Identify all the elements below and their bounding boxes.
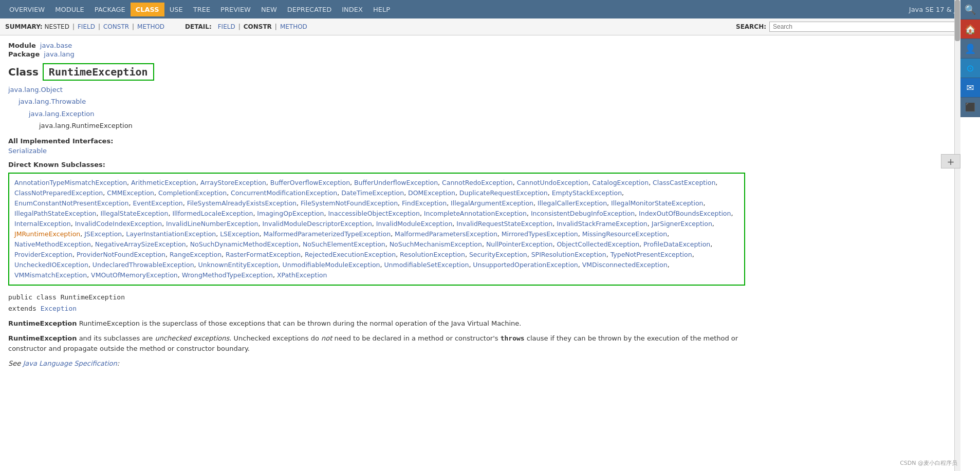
module-value[interactable]: java.base	[40, 42, 72, 49]
sub-IllformedLocaleException[interactable]: IllformedLocaleException	[172, 210, 253, 217]
sub-IllegalCallerException[interactable]: IllegalCallerException	[538, 199, 607, 207]
nav-module[interactable]: MODULE	[50, 3, 89, 16]
sub-SecurityException[interactable]: SecurityException	[469, 251, 527, 258]
sub-IndexOutOfBoundsException[interactable]: IndexOutOfBoundsException	[639, 210, 731, 217]
search-input[interactable]	[769, 22, 975, 32]
sub-CompletionException[interactable]: CompletionException	[158, 189, 227, 197]
sub-NativeMethodException[interactable]: NativeMethodException	[14, 240, 91, 248]
outlook-icon-btn[interactable]: ✉	[960, 78, 980, 98]
sub-MirroredTypesException[interactable]: MirroredTypesException	[502, 230, 578, 238]
scrollbar[interactable]	[954, 0, 960, 380]
nav-index[interactable]: INDEX	[337, 3, 368, 16]
sub-JarSignerException[interactable]: JarSignerException	[652, 220, 712, 228]
sub-ClassCastException[interactable]: ClassCastException	[653, 179, 715, 186]
sub-InvalidModuleException[interactable]: InvalidModuleException	[376, 220, 453, 228]
nav-use[interactable]: USE	[164, 3, 188, 16]
sub-EventException[interactable]: EventException	[133, 199, 182, 207]
sub-EmptyStackException[interactable]: EmptyStackException	[552, 189, 622, 197]
nav-help[interactable]: HELP	[368, 3, 395, 16]
package-value[interactable]: java.lang	[44, 50, 74, 58]
sub-BufferOverflowException[interactable]: BufferOverflowException	[270, 179, 350, 186]
scrollbar-thumb[interactable]	[955, 0, 960, 41]
sub-ObjectCollectedException[interactable]: ObjectCollectedException	[557, 240, 639, 248]
sub-InconsistentDebugInfoException[interactable]: InconsistentDebugInfoException	[531, 210, 635, 217]
sub-NoSuchDynamicMethodException[interactable]: NoSuchDynamicMethodException	[190, 240, 299, 248]
sub-VMDisconnectedException[interactable]: VMDisconnectedException	[582, 261, 668, 269]
sub-ClassNotPreparedException[interactable]: ClassNotPreparedException	[14, 189, 103, 197]
sub-NoSuchElementException[interactable]: NoSuchElementException	[303, 240, 385, 248]
sub-UnsupportedOperationException[interactable]: UnsupportedOperationException	[473, 261, 578, 269]
sub-RasterFormatException[interactable]: RasterFormatException	[226, 251, 301, 258]
nav-new[interactable]: NEW	[256, 3, 282, 16]
sub-AnnotationTypeMismatchException[interactable]: AnnotationTypeMismatchException	[14, 179, 127, 186]
sub-WrongMethodTypeException[interactable]: WrongMethodTypeException	[182, 271, 273, 279]
sub-InvalidStackFrameException[interactable]: InvalidStackFrameException	[557, 220, 648, 228]
user-icon-btn[interactable]: 👤	[960, 39, 980, 59]
sub-VMMismatchException[interactable]: VMMismatchException	[14, 271, 87, 279]
sub-CatalogException[interactable]: CatalogException	[593, 179, 649, 186]
sub-ImagingOpException[interactable]: ImagingOpException	[257, 210, 324, 217]
nav-class[interactable]: CLASS	[131, 3, 164, 16]
summary-field[interactable]: FIELD	[78, 23, 95, 30]
sub-IllegalMonitorStateException[interactable]: IllegalMonitorStateException	[611, 199, 704, 207]
plus-button[interactable]: +	[941, 154, 960, 168]
sub-DOMException[interactable]: DOMException	[408, 189, 455, 197]
sub-InvalidCodeIndexException[interactable]: InvalidCodeIndexException	[75, 220, 162, 228]
sub-NoSuchMechanismException[interactable]: NoSuchMechanismException	[390, 240, 482, 248]
detail-method[interactable]: METHOD	[280, 23, 307, 30]
sub-UncheckedIOException[interactable]: UncheckedIOException	[14, 261, 88, 269]
sub-UnmodifiableModuleException[interactable]: UnmodifiableModuleException	[283, 261, 380, 269]
sub-InvalidModuleDescriptorException[interactable]: InvalidModuleDescriptorException	[262, 220, 372, 228]
sub-RejectedExecutionException[interactable]: RejectedExecutionException	[305, 251, 396, 258]
sub-ArithmeticException[interactable]: ArithmeticException	[131, 179, 196, 186]
extends-exception-link[interactable]: Exception	[41, 305, 77, 312]
sub-IncompleteAnnotationException[interactable]: IncompleteAnnotationException	[424, 210, 527, 217]
sub-UnknownEntityException[interactable]: UnknownEntityException	[198, 261, 279, 269]
summary-method[interactable]: METHOD	[137, 23, 164, 30]
jls-link[interactable]: Java Language Specification	[23, 360, 117, 367]
sub-MalformedParametersException[interactable]: MalformedParametersException	[395, 230, 497, 238]
sub-TypeNotPresentException[interactable]: TypeNotPresentException	[611, 251, 692, 258]
sub-ProviderException[interactable]: ProviderException	[14, 251, 72, 258]
detail-constr[interactable]: CONSTR	[244, 23, 272, 30]
sub-ConcurrentModificationException[interactable]: ConcurrentModificationException	[231, 189, 337, 197]
sub-MissingResourceException[interactable]: MissingResourceException	[582, 230, 667, 238]
sub-LayerInstantiationException[interactable]: LayerInstantiationException	[126, 230, 216, 238]
detail-field[interactable]: FIELD	[218, 23, 235, 30]
serializable-link[interactable]: Serializable	[8, 147, 47, 155]
sub-RangeException[interactable]: RangeException	[170, 251, 221, 258]
sub-ArrayStoreException[interactable]: ArrayStoreException	[200, 179, 266, 186]
home-icon-btn[interactable]: 🏠	[960, 20, 980, 39]
sub-IllegalArgumentException[interactable]: IllegalArgumentException	[451, 199, 533, 207]
summary-constr[interactable]: CONSTR	[103, 23, 129, 30]
sub-FindException[interactable]: FindException	[402, 199, 447, 207]
sub-MalformedParameterizedTypeException[interactable]: MalformedParameterizedTypeException	[264, 230, 391, 238]
sub-ProviderNotFoundException[interactable]: ProviderNotFoundException	[77, 251, 165, 258]
nav-preview[interactable]: PREVIEW	[215, 3, 256, 16]
sub-NullPointerException[interactable]: NullPointerException	[486, 240, 553, 248]
sub-BufferUnderflowException[interactable]: BufferUnderflowException	[354, 179, 438, 186]
sub-InternalException[interactable]: InternalException	[14, 220, 71, 228]
inherit-exception[interactable]: java.lang.Exception	[29, 110, 95, 118]
circle-icon-btn[interactable]: ⊙	[960, 59, 980, 78]
nav-tree[interactable]: TREE	[188, 3, 215, 16]
sub-UnmodifiableSetException[interactable]: UnmodifiableSetException	[384, 261, 469, 269]
nav-deprecated[interactable]: DEPRECATED	[282, 3, 337, 16]
nav-overview[interactable]: OVERVIEW	[4, 3, 50, 16]
sub-JSException[interactable]: JSException	[84, 230, 122, 238]
sub-IllegalStateException[interactable]: IllegalStateException	[100, 210, 168, 217]
sub-JMRuntimeException[interactable]: JMRuntimeException	[14, 230, 80, 238]
extra-icon-btn[interactable]: ⬛	[960, 98, 980, 117]
sub-InaccessibleObjectException[interactable]: InaccessibleObjectException	[328, 210, 420, 217]
sub-IllegalPathStateException[interactable]: IllegalPathStateException	[14, 210, 96, 217]
sub-SPIResolutionException[interactable]: SPIResolutionException	[531, 251, 606, 258]
sub-InvalidRequestStateException[interactable]: InvalidRequestStateException	[456, 220, 552, 228]
sub-FileSystemAlreadyExistsException[interactable]: FileSystemAlreadyExistsException	[187, 199, 297, 207]
sub-NegativeArraySizeException[interactable]: NegativeArraySizeException	[95, 240, 186, 248]
inherit-object[interactable]: java.lang.Object	[8, 86, 63, 93]
sub-ResolutionException[interactable]: ResolutionException	[400, 251, 465, 258]
sub-XPathException[interactable]: XPathException	[277, 271, 327, 279]
sub-DateTimeException[interactable]: DateTimeException	[341, 189, 404, 197]
sub-DuplicateRequestException[interactable]: DuplicateRequestException	[459, 189, 548, 197]
sub-ProfileDataException[interactable]: ProfileDataException	[643, 240, 710, 248]
